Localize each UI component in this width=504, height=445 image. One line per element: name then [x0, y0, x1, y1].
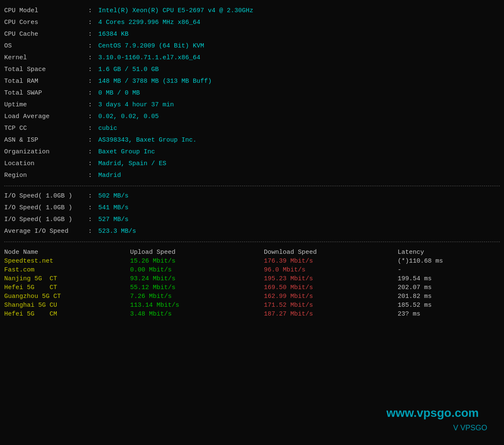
- network-node-1: Fast.com: [4, 266, 130, 274]
- io-speed-1-label: I/O Speed( 1.0GB ): [4, 191, 88, 201]
- total-space-row: Total Space : 1.6 GB / 51.0 GB: [4, 64, 500, 76]
- total-swap-colon: :: [88, 88, 96, 98]
- network-header-row: Node Name Upload Speed Download Speed La…: [4, 248, 500, 257]
- total-swap-label: Total SWAP: [4, 88, 88, 98]
- network-download-4: 162.99 Mbit/s: [264, 292, 398, 301]
- cpu-cores-value: 4 Cores 2299.996 MHz x86_64: [98, 18, 200, 28]
- cpu-cores-colon: :: [88, 18, 96, 28]
- total-swap-row: Total SWAP : 0 MB / 0 MB: [4, 87, 500, 99]
- network-download-header: Download Speed: [264, 248, 398, 257]
- total-swap-value: 0 MB / 0 MB: [98, 88, 140, 98]
- region-value: Madrid: [98, 171, 121, 181]
- region-colon: :: [88, 171, 96, 181]
- location-label: Location: [4, 159, 88, 169]
- network-upload-1: 0.00 Mbit/s: [130, 266, 264, 274]
- total-ram-colon: :: [88, 76, 96, 87]
- organization-row: Organization : Baxet Group Inc: [4, 146, 500, 158]
- network-node-6: Hefei 5G CM: [4, 310, 130, 319]
- watermark-url: www.vpsgo.com: [386, 406, 479, 420]
- os-row: OS : CentOS 7.9.2009 (64 Bit) KVM: [4, 40, 500, 52]
- total-ram-row: Total RAM : 148 MB / 3788 MB (313 MB Buf…: [4, 76, 500, 87]
- uptime-value: 3 days 4 hour 37 min: [98, 100, 174, 110]
- uptime-label: Uptime: [4, 100, 88, 110]
- sysinfo-section: CPU Model : Intel(R) Xeon(R) CPU E5-2697…: [4, 3, 500, 183]
- asn-isp-value: AS398343, Baxet Group Inc.: [98, 135, 197, 145]
- region-label: Region: [4, 171, 88, 181]
- io-speed-1-value: 502 MB/s: [98, 191, 129, 201]
- cpu-cache-label: CPU Cache: [4, 29, 88, 39]
- avg-io-speed-label: Average I/O Speed: [4, 226, 88, 237]
- region-row: Region : Madrid: [4, 170, 500, 182]
- network-latency-0: (*)110.68 ms: [398, 257, 500, 266]
- network-node-5: Shanghai 5G CU: [4, 301, 130, 310]
- cpu-cores-label: CPU Cores: [4, 18, 88, 28]
- io-speed-3-row: I/O Speed( 1.0GB ) : 527 MB/s: [4, 214, 500, 226]
- tcp-cc-colon: :: [88, 124, 96, 134]
- network-upload-6: 3.48 Mbit/s: [130, 310, 264, 319]
- cpu-cache-colon: :: [88, 29, 96, 39]
- divider-1: [4, 186, 500, 186]
- load-average-row: Load Average : 0.02, 0.02, 0.05: [4, 111, 500, 123]
- network-download-6: 187.27 Mbit/s: [264, 310, 398, 319]
- network-row-1: Fast.com 0.00 Mbit/s 96.0 Mbit/s -: [4, 266, 500, 274]
- location-colon: :: [88, 159, 96, 169]
- uptime-row: Uptime : 3 days 4 hour 37 min: [4, 99, 500, 111]
- cpu-cache-row: CPU Cache : 16384 KB: [4, 29, 500, 40]
- kernel-label: Kernel: [4, 53, 88, 63]
- tcp-cc-row: TCP CC : cubic: [4, 123, 500, 134]
- cpu-model-label: CPU Model: [4, 6, 88, 16]
- network-row-6: Hefei 5G CM 3.48 Mbit/s 187.27 Mbit/s 23…: [4, 310, 500, 319]
- network-node-header: Node Name: [4, 248, 130, 257]
- network-table: Node Name Upload Speed Download Speed La…: [4, 248, 500, 319]
- network-upload-header: Upload Speed: [130, 248, 264, 257]
- os-value: CentOS 7.9.2009 (64 Bit) KVM: [98, 41, 204, 51]
- network-section: Node Name Upload Speed Download Speed La…: [4, 245, 500, 320]
- watermark-logo: V VPSGO: [453, 424, 487, 432]
- kernel-value: 3.10.0-1160.71.1.el7.x86_64: [98, 53, 200, 63]
- network-latency-2: 199.54 ms: [398, 274, 500, 283]
- asn-isp-label: ASN & ISP: [4, 135, 88, 145]
- organization-label: Organization: [4, 147, 88, 157]
- avg-io-speed-colon: :: [88, 226, 96, 237]
- network-node-4: Guangzhou 5G CT: [4, 292, 130, 301]
- network-row-2: Nanjing 5G CT 93.24 Mbit/s 195.23 Mbit/s…: [4, 274, 500, 283]
- network-download-3: 169.50 Mbit/s: [264, 283, 398, 292]
- cpu-model-value: Intel(R) Xeon(R) CPU E5-2697 v4 @ 2.30GH…: [98, 6, 253, 16]
- cpu-cache-value: 16384 KB: [98, 29, 129, 39]
- io-speed-3-label: I/O Speed( 1.0GB ): [4, 215, 88, 225]
- tcp-cc-value: cubic: [98, 124, 117, 134]
- total-space-value: 1.6 GB / 51.0 GB: [98, 65, 159, 75]
- io-speed-3-value: 527 MB/s: [98, 215, 129, 225]
- load-average-value: 0.02, 0.02, 0.05: [98, 112, 159, 122]
- divider-2: [4, 242, 500, 242]
- uptime-colon: :: [88, 100, 96, 110]
- location-row: Location : Madrid, Spain / ES: [4, 158, 500, 170]
- network-latency-header: Latency: [398, 248, 500, 257]
- cpu-model-colon: :: [88, 6, 96, 16]
- io-speed-2-colon: :: [88, 203, 96, 213]
- network-node-0: Speedtest.net: [4, 257, 130, 266]
- network-upload-5: 113.14 Mbit/s: [130, 301, 264, 310]
- io-section: I/O Speed( 1.0GB ) : 502 MB/s I/O Speed(…: [4, 189, 500, 239]
- io-speed-2-row: I/O Speed( 1.0GB ) : 541 MB/s: [4, 202, 500, 214]
- location-value: Madrid, Spain / ES: [98, 159, 166, 169]
- asn-isp-colon: :: [88, 135, 96, 145]
- os-label: OS: [4, 41, 88, 51]
- total-ram-value: 148 MB / 3788 MB (313 MB Buff): [98, 76, 212, 87]
- load-average-colon: :: [88, 112, 96, 122]
- load-average-label: Load Average: [4, 112, 88, 122]
- io-speed-1-colon: :: [88, 191, 96, 201]
- network-node-2: Nanjing 5G CT: [4, 274, 130, 283]
- network-latency-3: 202.07 ms: [398, 283, 500, 292]
- io-speed-2-label: I/O Speed( 1.0GB ): [4, 203, 88, 213]
- network-download-0: 176.39 Mbit/s: [264, 257, 398, 266]
- asn-isp-row: ASN & ISP : AS398343, Baxet Group Inc.: [4, 134, 500, 146]
- network-row-5: Shanghai 5G CU 113.14 Mbit/s 171.52 Mbit…: [4, 301, 500, 310]
- os-colon: :: [88, 41, 96, 51]
- tcp-cc-label: TCP CC: [4, 124, 88, 134]
- network-latency-4: 201.82 ms: [398, 292, 500, 301]
- network-row-3: Hefei 5G CT 55.12 Mbit/s 169.50 Mbit/s 2…: [4, 283, 500, 292]
- io-speed-1-row: I/O Speed( 1.0GB ) : 502 MB/s: [4, 190, 500, 202]
- organization-value: Baxet Group Inc: [98, 147, 155, 157]
- io-speed-3-colon: :: [88, 215, 96, 225]
